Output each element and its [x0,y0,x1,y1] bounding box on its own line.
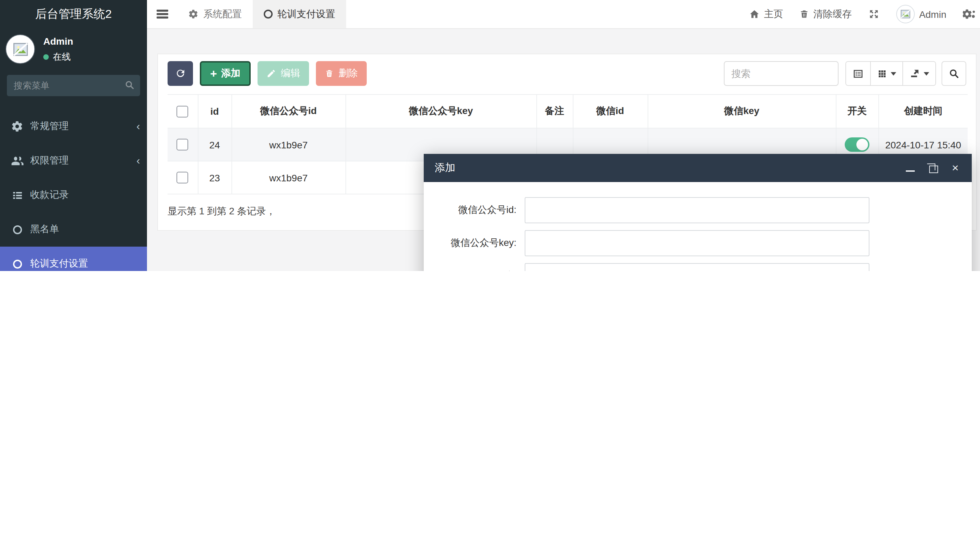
col-header-switch: 开关 [836,94,878,128]
tab-label: 轮训支付设置 [277,8,335,20]
tab-polling-pay-settings[interactable]: 轮训支付设置 [253,0,346,28]
sidebar-item-label: 常规管理 [30,120,69,132]
window-controls: × [904,163,961,174]
brand-title: 后台管理系统2 [0,0,147,28]
minimize-icon[interactable] [904,163,915,174]
home-label: 主页 [764,8,783,20]
columns-button[interactable] [871,62,903,85]
main-column: 系统配置 轮训支付设置 主页 清除缓存 [147,0,980,271]
field-label: 备注: [432,270,516,271]
detail-view-button[interactable] [846,62,871,85]
caret-down-icon [924,72,929,75]
sidebar-item-permission-mgmt[interactable]: 权限管理 ‹ [0,143,147,178]
home-icon [749,9,760,19]
sidebar: 后台管理系统2 Admin 在线 [0,0,147,271]
add-button-label: 添加 [221,67,240,80]
dialog-body: 微信公众号id: 微信公众号key: 备注: 微信id: [424,182,972,271]
sidebar-menu: 常规管理 ‹ 权限管理 ‹ 收款记录 黑名单 [0,109,147,271]
delete-button-label: 删除 [339,67,358,80]
field-label: 微信公众号key: [432,237,516,249]
broken-image-icon [900,8,912,20]
wx-gzh-key-field[interactable] [525,230,869,256]
export-icon [909,68,920,79]
gears-icon [10,120,25,132]
sidebar-item-label: 黑名单 [30,223,59,236]
fullscreen-button[interactable] [869,8,880,20]
sidebar-item-payment-records[interactable]: 收款记录 [0,178,147,212]
dialog-titlebar[interactable]: 添加 × [424,154,972,182]
sidebar-item-blacklist[interactable]: 黑名单 [0,212,147,247]
col-header-remark: 备注 [536,94,573,128]
caret-down-icon [891,72,896,75]
remark-field[interactable] [525,263,869,271]
table-toolbar: + 添加 编辑 删除 [167,61,966,86]
edit-button-label: 编辑 [281,67,300,80]
add-button[interactable]: + 添加 [200,61,251,86]
gears-icon [963,8,976,21]
settings-button[interactable] [963,8,976,21]
col-header-created: 创建时间 [878,94,968,128]
col-header-wx-gzh-key: 微信公众号key [345,94,536,128]
row-checkbox[interactable] [177,172,189,184]
avatar [5,34,35,64]
expand-arrows-icon [869,8,880,20]
export-button[interactable] [903,62,935,85]
circle-icon [10,259,25,268]
chevron-left-icon: ‹ [136,155,140,166]
row-switch-toggle[interactable] [845,137,869,152]
user-name: Admin [43,35,73,46]
top-navbar: 系统配置 轮训支付设置 主页 清除缓存 [147,0,980,29]
select-all-checkbox[interactable] [177,106,189,118]
form-row-remark: 备注: [424,263,972,271]
toolbar-right [724,61,966,86]
col-header-id: id [198,94,231,128]
sidebar-item-polling-pay-settings[interactable]: 轮训支付设置 [0,247,147,271]
row-checkbox[interactable] [177,139,189,151]
content-area: + 添加 编辑 删除 [147,29,980,271]
hamburger-icon [156,8,168,20]
grid-icon [877,69,887,79]
clear-cache-label: 清除缓存 [813,8,852,20]
tab-system-config[interactable]: 系统配置 [177,0,253,28]
search-submit-button[interactable] [942,61,966,86]
wx-gzh-id-field[interactable] [525,197,869,223]
user-menu[interactable]: Admin [897,5,947,23]
navbar-right: 主页 清除缓存 [749,0,980,28]
col-header-wx-gzh-id: 微信公众号id [231,94,345,128]
close-icon[interactable]: × [950,163,961,174]
cell-wx-gzh-id: wx1b9e7 [231,128,345,161]
search-icon[interactable] [124,80,135,90]
cell-wx-gzh-id: wx1b9e7 [231,161,345,194]
clear-cache-link[interactable]: 清除缓存 [800,8,852,20]
broken-image-icon [11,40,29,58]
sidebar-item-label: 权限管理 [30,155,69,167]
view-options-group [845,61,936,86]
trash-icon [325,69,334,78]
sidebar-item-general-mgmt[interactable]: 常规管理 ‹ [0,109,147,143]
select-all-cell [167,94,198,128]
home-link[interactable]: 主页 [749,8,783,20]
gear-icon [188,9,199,19]
app-root: 后台管理系统2 Admin 在线 [0,0,980,271]
col-header-wx-id: 微信id [573,94,648,128]
list-alt-icon [852,68,864,79]
sidebar-toggle-button[interactable] [147,0,177,28]
refresh-button[interactable] [167,61,193,86]
users-icon [10,154,25,167]
edit-button[interactable]: 编辑 [258,61,309,86]
online-dot-icon [43,54,49,59]
table-search-input[interactable] [724,61,838,86]
col-header-wx-key: 微信key [648,94,836,128]
tab-label: 系统配置 [203,8,242,20]
delete-button[interactable]: 删除 [316,61,367,86]
cell-id: 23 [198,161,231,194]
sidebar-item-label: 轮训支付设置 [30,258,88,270]
avatar [897,5,915,23]
maximize-icon[interactable] [927,163,938,174]
sidebar-item-label: 收款记录 [30,189,69,201]
field-label: 微信公众号id: [432,204,516,217]
user-meta: Admin 在线 [43,35,73,63]
sidebar-search-input[interactable] [7,75,140,96]
user-status-label: 在线 [53,51,71,63]
circle-icon [264,10,273,19]
